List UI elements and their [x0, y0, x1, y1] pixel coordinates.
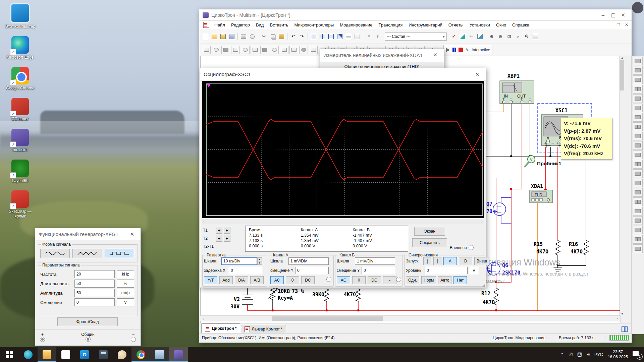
taskbar-chrome-button[interactable] [131, 347, 150, 362]
channel-b-coupling-0[interactable]: 0 [352, 276, 366, 284]
channel-b-coupling-ac[interactable]: AC [337, 276, 350, 284]
timebase-spinner[interactable]: ▲ ▼ [257, 257, 262, 265]
instrument-icon[interactable] [633, 169, 643, 178]
component-group-icon[interactable] [231, 46, 240, 54]
save-scope-button[interactable]: Сохранить [412, 238, 447, 247]
edge-settings-button[interactable]: Фронт/Спад [57, 317, 118, 326]
sheet-tab[interactable]: Ланзар Компот * [241, 325, 286, 333]
component-group-icon[interactable] [251, 46, 259, 54]
menu-item[interactable]: Микроконтроллеры [291, 21, 337, 28]
instrument-icon[interactable] [633, 141, 643, 150]
menu-item[interactable]: Отчеты [445, 21, 467, 28]
channel-b-scale-field[interactable]: 1 mV/Div [355, 257, 395, 265]
trigger-mode-одн[interactable]: Одн. [406, 276, 419, 284]
instrument-icon[interactable] [633, 75, 643, 84]
instrument-icon[interactable] [633, 160, 643, 169]
scope-hscrollbar[interactable]: ‹ › [202, 219, 484, 224]
border-icon[interactable] [327, 33, 335, 40]
xbp1-ref[interactable]: XBP1 [507, 73, 520, 79]
component-group-icon[interactable] [270, 46, 279, 54]
taskbar-outlook-button[interactable]: O [75, 347, 94, 362]
wifi-icon[interactable]: 🛜︎ [577, 352, 582, 357]
desktop-icon-image[interactable]: ↗ [11, 36, 29, 54]
taskbar-explorer-button[interactable] [38, 347, 56, 362]
component-group-icon[interactable] [212, 46, 220, 54]
canvas-hscrollbar[interactable]: ‹ › [200, 315, 620, 321]
channel-a-scale-field[interactable]: 1 mV/Div [288, 257, 329, 265]
zoom-fit-icon[interactable]: ⌕ [514, 33, 522, 40]
menu-item[interactable]: Трансляция [375, 21, 406, 28]
sine-wave-button[interactable] [40, 249, 70, 258]
desktop-icon[interactable]: ↗ Google Chrome [4, 67, 36, 90]
component-group-icon[interactable] [309, 46, 318, 54]
taskbar-edge-button[interactable] [19, 347, 38, 362]
instrument-icon[interactable] [633, 235, 643, 244]
desktop-icon[interactable]: ↗ Этот компьютер [4, 3, 36, 29]
component-group-icon[interactable] [299, 46, 308, 54]
t2-right-icon[interactable]: ► [224, 235, 230, 242]
undo-icon[interactable]: ↶ [289, 33, 297, 40]
t2-left-icon[interactable]: ◄ [216, 235, 222, 242]
fgen-param-unit[interactable]: V [117, 298, 134, 306]
instrument-icon[interactable] [633, 85, 643, 94]
menu-item[interactable]: Справка [509, 21, 532, 28]
taskbar-store-button[interactable] [56, 347, 75, 362]
instrument-icon[interactable] [633, 66, 643, 75]
grid-icon[interactable] [318, 33, 326, 40]
menu-item[interactable]: Установки [467, 21, 493, 28]
desktop-icon-image[interactable]: ↗ [10, 3, 30, 23]
desktop-icon-image[interactable]: ↗ [11, 160, 29, 177]
zoom-area-icon[interactable]: ⊡ [505, 33, 513, 40]
erc-check-icon[interactable]: ✓ [450, 33, 458, 40]
square-wave-button[interactable] [105, 249, 134, 258]
trigger-falling-edge-icon[interactable]: ⌡ [433, 257, 441, 265]
desktop-icon-image[interactable]: ↗ [11, 67, 29, 84]
scope-scroll-right-icon[interactable]: › [481, 220, 483, 224]
scroll-down-icon[interactable]: ▼ [620, 312, 625, 315]
instrument-icon[interactable] [633, 150, 643, 159]
channel-a-coupling-0[interactable]: 0 [286, 276, 299, 284]
menu-item[interactable]: Моделирование [337, 21, 375, 28]
component-group-icon[interactable] [241, 46, 250, 54]
fullscreen-icon[interactable] [531, 33, 539, 40]
cast-icon[interactable]: ⎚ [569, 352, 573, 357]
view-window-icon[interactable] [310, 33, 318, 40]
spreadsheet-icon[interactable] [344, 33, 353, 40]
oscilloscope-close-icon[interactable]: ✕ [472, 71, 482, 77]
r15-value[interactable]: 4К7Ω [536, 249, 548, 255]
zoom-in-icon[interactable]: ⊕ [488, 33, 496, 40]
composition-dropdown[interactable]: --- Состав --- ▾ [385, 33, 447, 41]
desktop-icon[interactable]: ↗ CCleaner [4, 98, 36, 121]
instrument-icon[interactable] [633, 94, 643, 103]
taskbar-multisim-button[interactable] [169, 347, 188, 362]
instrument-icon[interactable] [633, 226, 643, 234]
trigger-source-a[interactable]: A [443, 257, 457, 265]
hscroll-thumb[interactable] [272, 316, 383, 321]
timebase-mode-ab[interactable]: A/B [250, 276, 264, 284]
print-preview-icon[interactable] [248, 33, 256, 40]
desktop-icon-image[interactable]: ↗ [11, 98, 29, 115]
stop-simulation-icon[interactable] [459, 48, 463, 52]
channel-b-ypos-field[interactable]: 0 [362, 267, 395, 274]
q7-model[interactable]: 70 [486, 208, 492, 215]
xdelay-field[interactable]: 0 [229, 267, 262, 274]
scroll-up-icon[interactable]: ▲ [620, 56, 625, 60]
thd-titlebar[interactable]: Измеритель нелинейных искажений-XDA1 ✕ [320, 49, 444, 61]
trigger-rising-edge-icon[interactable]: ⌠ [423, 257, 431, 265]
redo-icon[interactable]: ↷ [298, 33, 306, 40]
menu-item[interactable]: Окно [493, 21, 509, 28]
timebase-mode-add[interactable]: Add [219, 276, 233, 284]
timebase-mode-yt[interactable]: Y/T [204, 276, 217, 284]
r16-value[interactable]: 4К7Ω [571, 249, 583, 255]
taskbar-clock[interactable]: 23:57 16.06.2025 [608, 350, 628, 360]
fgen-common-terminal[interactable]: Общий [81, 332, 95, 343]
close-button[interactable]: ✕ [618, 12, 628, 18]
mdi-restore-button[interactable]: ❐ [615, 22, 622, 27]
notification-icon[interactable]: 1 [633, 351, 641, 358]
desktop-icon[interactable]: ↗ SketchUp — ярлык [4, 190, 36, 219]
component-group-icon[interactable] [289, 46, 298, 54]
pause-simulation-icon[interactable] [452, 48, 456, 52]
plot-icon[interactable] [336, 33, 344, 40]
xsc1-ref[interactable]: XSC1 [555, 108, 568, 114]
fgen-param-unit[interactable]: kHz [117, 270, 134, 278]
